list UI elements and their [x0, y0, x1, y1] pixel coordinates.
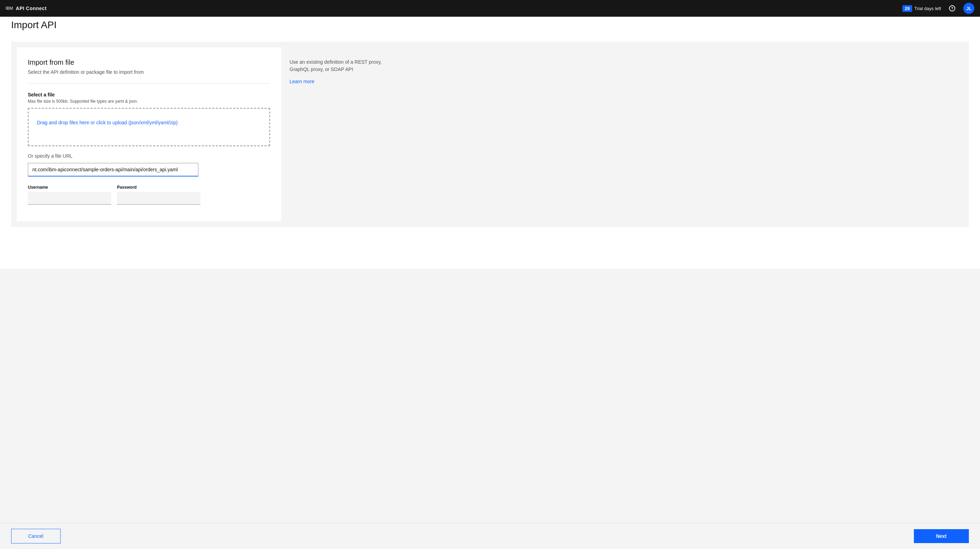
help-button[interactable]: ?: [947, 3, 958, 14]
help-icon: ?: [949, 5, 955, 11]
credentials-row: Username Password: [28, 185, 270, 205]
ibm-label: IBM: [6, 6, 13, 11]
password-label: Password: [117, 185, 200, 190]
divider: [28, 83, 270, 84]
nav-left: IBM API Connect: [6, 6, 47, 11]
nav-right: 29 Trial days left ? JL: [902, 3, 974, 14]
card-wrapper: Import from file Select the API definiti…: [11, 42, 969, 227]
username-group: Username: [28, 185, 111, 205]
select-file-hint: Max file size is 500kb. Supported file t…: [28, 99, 270, 104]
user-avatar[interactable]: JL: [963, 3, 974, 14]
file-drop-zone[interactable]: Drag and drop files here or click to upl…: [28, 108, 270, 146]
learn-more-link[interactable]: Learn more: [290, 79, 315, 84]
import-title: Import from file: [28, 59, 270, 67]
product-name: API Connect: [16, 6, 47, 11]
password-group: Password: [117, 185, 200, 205]
drop-zone-text: Drag and drop files here or click to upl…: [37, 120, 178, 125]
trial-badge: 29 Trial days left: [902, 5, 941, 12]
sidebar-description: Use an existing definition of a REST pro…: [290, 59, 384, 73]
trial-label: Trial days left: [914, 6, 941, 11]
main-panel: Import from file Select the API definiti…: [17, 47, 281, 221]
username-label: Username: [28, 185, 111, 190]
trial-number: 29: [902, 5, 912, 12]
inner-page: Develop / Select API type / Import API I…: [0, 0, 980, 269]
or-url-label: Or specify a file URL: [28, 153, 270, 159]
url-input[interactable]: [28, 163, 198, 177]
page-title: Import API: [11, 19, 969, 31]
username-input[interactable]: [28, 192, 111, 205]
page-wrapper: Develop / Select API type / Import API I…: [0, 0, 980, 269]
sidebar-panel: Use an existing definition of a REST pro…: [281, 47, 393, 221]
select-file-label: Select a file: [28, 92, 270, 97]
password-input[interactable]: [117, 192, 200, 205]
import-subtitle: Select the API definition or package fil…: [28, 69, 270, 75]
top-navigation: IBM API Connect 29 Trial days left ? JL: [0, 0, 980, 17]
